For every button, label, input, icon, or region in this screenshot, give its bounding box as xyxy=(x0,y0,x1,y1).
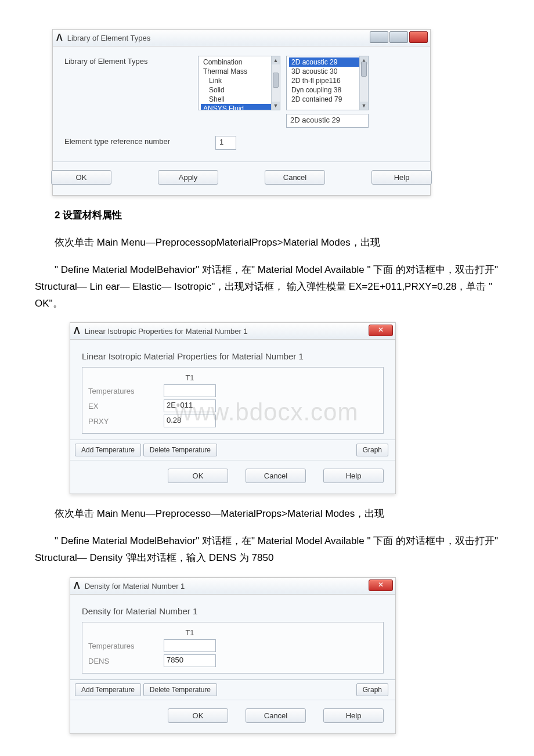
paragraph: 依次单击 Main Menu—PreprocessopMaterialProps… xyxy=(35,235,499,251)
prxy-input[interactable]: 0.28 xyxy=(164,415,216,427)
scroll-down-icon[interactable]: ▼ xyxy=(272,102,280,110)
ok-button[interactable]: OK xyxy=(168,708,228,723)
minimize-button[interactable] xyxy=(370,31,388,43)
add-temperature-button[interactable]: Add Temperature xyxy=(75,444,141,456)
list-item[interactable]: ANSYS Fluid xyxy=(201,104,277,110)
title-text: Density for Material Number 1 xyxy=(85,582,185,591)
row-label: PRXY xyxy=(88,417,164,426)
dialog-subtitle: Linear Isotropic Material Properties for… xyxy=(82,351,384,361)
label-ref-number: Element type reference number xyxy=(64,136,215,146)
column-header: T1 xyxy=(164,628,216,637)
row-label: Temperatures xyxy=(88,642,164,650)
cancel-button[interactable]: Cancel xyxy=(246,469,306,483)
paragraph: " Define Material ModelBehavior" 对话框，在" … xyxy=(35,262,499,312)
element-subtype-list[interactable]: 2D acoustic 29 3D acoustic 30 2D th-fl p… xyxy=(286,56,369,110)
list-item[interactable]: 2D th-fl pipe116 xyxy=(289,76,366,85)
ok-button[interactable]: OK xyxy=(51,170,111,185)
list-item[interactable]: Thermal Mass xyxy=(201,67,277,76)
element-category-list[interactable]: Combination Thermal Mass Link Solid Shel… xyxy=(198,56,280,110)
dialog-density: Λ Density for Material Number 1 ✕ Densit… xyxy=(70,577,396,734)
close-button[interactable]: ✕ xyxy=(369,325,393,336)
dens-input[interactable]: 7850 xyxy=(164,654,216,667)
help-button[interactable]: Help xyxy=(323,469,384,483)
list-item[interactable]: Shell xyxy=(201,95,277,104)
scroll-thumb[interactable] xyxy=(273,73,279,88)
ansys-logo-icon: Λ xyxy=(74,326,81,336)
dialog-subtitle: Density for Material Number 1 xyxy=(82,606,384,616)
scrollbar[interactable]: ▲ ▼ xyxy=(359,56,368,110)
help-button[interactable]: Help xyxy=(323,708,384,723)
titlebar: Λ Density for Material Number 1 ✕ xyxy=(70,578,395,595)
list-item[interactable]: 2D acoustic 29 xyxy=(289,57,366,67)
scroll-down-icon[interactable]: ▼ xyxy=(360,102,368,110)
label-library: Library of Element Types xyxy=(64,56,198,66)
temperature-input[interactable] xyxy=(164,639,216,652)
scrollbar[interactable]: ▲ ▼ xyxy=(271,56,280,110)
cancel-button[interactable]: Cancel xyxy=(265,170,325,185)
title-text: Linear Isotropic Properties for Material… xyxy=(85,327,248,336)
delete-temperature-button[interactable]: Delete Temperature xyxy=(143,444,217,456)
list-item[interactable]: Combination xyxy=(201,57,277,67)
row-label: Temperatures xyxy=(88,387,164,395)
graph-button[interactable]: Graph xyxy=(356,444,388,456)
apply-button[interactable]: Apply xyxy=(158,170,218,185)
list-item[interactable]: Dyn coupling 38 xyxy=(289,85,366,95)
add-temperature-button[interactable]: Add Temperature xyxy=(75,683,141,696)
dialog-linear-isotropic: www.bdocx.com Λ Linear Isotropic Propert… xyxy=(70,322,396,494)
selected-element-display: 2D acoustic 29 xyxy=(286,114,369,128)
list-item[interactable]: 2D contained 79 xyxy=(289,95,366,104)
row-label: DENS xyxy=(88,657,164,665)
ansys-logo-icon: Λ xyxy=(56,33,64,43)
titlebar: Λ Linear Isotropic Properties for Materi… xyxy=(70,323,395,340)
temperature-input[interactable] xyxy=(164,384,216,397)
delete-temperature-button[interactable]: Delete Temperature xyxy=(143,683,217,696)
table-row: DENS 7850 xyxy=(88,654,377,667)
close-button[interactable] xyxy=(409,31,428,43)
ex-input[interactable]: 2E+011 xyxy=(164,399,216,412)
dialog-element-types: Λ Library of Element Types Library of El… xyxy=(52,29,431,196)
list-item[interactable]: Solid xyxy=(201,85,277,95)
cancel-button[interactable]: Cancel xyxy=(246,708,306,723)
scroll-thumb[interactable] xyxy=(361,62,367,77)
help-button[interactable]: Help xyxy=(371,170,432,185)
close-button[interactable]: ✕ xyxy=(369,579,393,591)
table-row: Temperatures xyxy=(88,639,377,652)
window-controls xyxy=(370,31,428,43)
graph-button[interactable]: Graph xyxy=(356,683,388,696)
list-item[interactable]: Link xyxy=(201,76,277,85)
table-row: EX 2E+011 xyxy=(88,399,377,412)
paragraph: " Define Material ModelBehavior" 对话框，在" … xyxy=(35,533,499,567)
paragraph: 依次单击 Main Menu—Preprocesso—MaterialProps… xyxy=(35,506,499,523)
list-item[interactable]: 3D acoustic 30 xyxy=(289,67,366,76)
column-header: T1 xyxy=(164,373,216,382)
maximize-button[interactable] xyxy=(389,31,408,43)
title-text: Library of Element Types xyxy=(67,34,151,42)
table-row: Temperatures xyxy=(88,384,377,397)
ok-button[interactable]: OK xyxy=(168,469,228,483)
scroll-up-icon[interactable]: ▲ xyxy=(272,56,280,64)
row-label: EX xyxy=(88,402,164,411)
heading-material-props: 2 设置材料属性 xyxy=(35,207,499,224)
ref-number-input[interactable]: 1 xyxy=(215,136,236,150)
table-row: PRXY 0.28 xyxy=(88,415,377,427)
titlebar: Λ Library of Element Types xyxy=(53,30,430,46)
ansys-logo-icon: Λ xyxy=(74,581,81,591)
